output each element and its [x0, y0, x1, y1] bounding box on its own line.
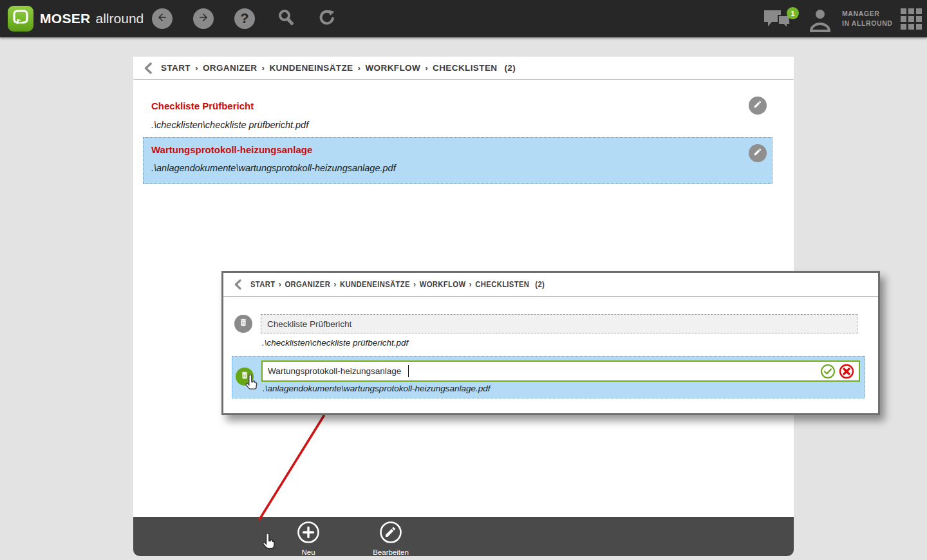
breadcrumb-item-workflow[interactable]: WORKFLOW [420, 280, 466, 289]
breadcrumb-separator: › [469, 280, 472, 289]
breadcrumb-item-organizer[interactable]: ORGANIZER [203, 63, 258, 73]
forward-button[interactable] [193, 8, 214, 29]
pencil-icon [753, 147, 762, 159]
breadcrumb-item-checklisten[interactable]: CHECKLISTEN [433, 63, 497, 73]
refresh-button[interactable] [317, 8, 337, 29]
checklist-path: .\checklisten\checkliste prüfbericht.pdf [151, 120, 308, 130]
breadcrumb-count: (2) [504, 63, 516, 73]
app-logo[interactable] [8, 6, 33, 32]
new-button-label: Neu [301, 548, 315, 556]
person-icon [807, 23, 833, 34]
question-mark-icon: ? [240, 12, 248, 26]
text-caret [408, 365, 409, 377]
grid-icon [901, 21, 922, 32]
confirm-edit-button[interactable] [820, 364, 836, 379]
help-button[interactable]: ? [234, 8, 255, 29]
breadcrumb-separator: › [279, 280, 281, 289]
brand-title: MOSER allround [40, 0, 144, 37]
checklist-name-input-field[interactable] [261, 315, 857, 333]
edit-mode-popup: START › ORGANIZER › KUNDENEINSÄTZE › WOR… [221, 271, 880, 415]
logo-bubble-icon [12, 9, 29, 28]
apps-menu-button[interactable] [901, 8, 922, 30]
message-count-badge: 1 [787, 7, 799, 19]
edit-checklist-button[interactable] [749, 144, 767, 162]
breadcrumb-separator: › [262, 63, 265, 73]
user-role-label[interactable]: MANAGER IN ALLROUND [842, 9, 893, 28]
x-circle-icon [839, 370, 854, 381]
checklist-path: .\anlagendokumente\wartungsprotokoll-hei… [263, 384, 491, 393]
chevron-left-icon [234, 279, 241, 290]
breadcrumb-separator: › [195, 63, 198, 73]
trash-icon [240, 371, 249, 382]
breadcrumb-item-checklisten[interactable]: CHECKLISTEN [475, 280, 529, 289]
arrow-right-icon [198, 12, 209, 26]
delete-checklist-button-active[interactable] [236, 368, 254, 386]
bottom-toolbar: Neu Bearbeiten [133, 517, 794, 556]
search-button[interactable] [276, 8, 296, 29]
cursor-hand-icon [259, 533, 277, 556]
chevron-left-icon [144, 62, 152, 74]
check-circle-icon [820, 370, 836, 381]
breadcrumb-back-button[interactable] [144, 62, 152, 74]
breadcrumb-count: (2) [535, 280, 545, 289]
breadcrumb: START › ORGANIZER › KUNDENEINSÄTZE › WOR… [133, 57, 794, 80]
brand-name: MOSER [40, 11, 91, 26]
breadcrumb-back-button[interactable] [234, 279, 241, 290]
pencil-icon [753, 100, 762, 111]
breadcrumb-item-organizer[interactable]: ORGANIZER [285, 280, 330, 289]
new-button[interactable]: Neu [279, 521, 337, 555]
checklist-path: .\checklisten\checkliste prüfbericht.pdf [262, 338, 408, 348]
breadcrumb-item-workflow[interactable]: WORKFLOW [365, 63, 420, 73]
checklist-name-edit-field[interactable] [263, 362, 807, 380]
checklist-name-edit-box [261, 360, 860, 382]
messages-button[interactable]: 1 [763, 8, 796, 32]
checklist-row-selected[interactable]: Wartungsprotokoll-heizungsanlage .\anlag… [143, 137, 772, 184]
app-root: MOSER allround ? [0, 0, 927, 560]
checklist-row-editing: .\anlagendokumente\wartungsprotokoll-hei… [232, 356, 865, 398]
refresh-icon [317, 7, 337, 30]
breadcrumb-item-start[interactable]: START [250, 280, 275, 289]
checklist-name-input[interactable] [261, 314, 857, 333]
breadcrumb-separator: › [358, 63, 361, 73]
role-line-1: MANAGER [842, 9, 893, 19]
plus-circle-icon [297, 521, 320, 546]
role-line-2: IN ALLROUND [842, 19, 893, 28]
delete-checklist-button[interactable] [234, 315, 252, 333]
brand-suffix: allround [96, 11, 144, 26]
breadcrumb-separator: › [334, 280, 337, 289]
edit-button[interactable]: Bearbeiten [362, 521, 420, 555]
cancel-edit-button[interactable] [839, 364, 854, 379]
pencil-circle-icon [379, 521, 402, 546]
edit-checklist-button[interactable] [749, 97, 767, 115]
app-header: MOSER allround ? [0, 0, 927, 37]
checklist-title: Wartungsprotokoll-heizungsanlage [151, 144, 312, 155]
checklist-row[interactable]: Checkliste Prüfbericht .\checklisten\che… [147, 95, 780, 140]
search-icon [276, 8, 295, 30]
breadcrumb-item-kundeneinsaetze[interactable]: KUNDENEINSÄTZE [269, 63, 353, 73]
chat-bubbles-icon [763, 23, 796, 34]
edit-button-label: Bearbeiten [373, 548, 409, 556]
popup-breadcrumb: START › ORGANIZER › KUNDENEINSÄTZE › WOR… [223, 273, 878, 297]
checklist-title: Checkliste Prüfbericht [151, 100, 254, 111]
checklist-path: .\anlagendokumente\wartungsprotokoll-hei… [151, 163, 396, 173]
breadcrumb-item-start[interactable]: START [161, 63, 191, 73]
back-button[interactable] [152, 8, 173, 29]
trash-icon [239, 318, 248, 330]
arrow-left-icon [156, 12, 168, 26]
breadcrumb-item-kundeneinsaetze[interactable]: KUNDENEINSÄTZE [340, 280, 410, 289]
breadcrumb-separator: › [413, 280, 416, 289]
breadcrumb-separator: › [425, 63, 428, 73]
user-menu-button[interactable] [807, 6, 833, 32]
